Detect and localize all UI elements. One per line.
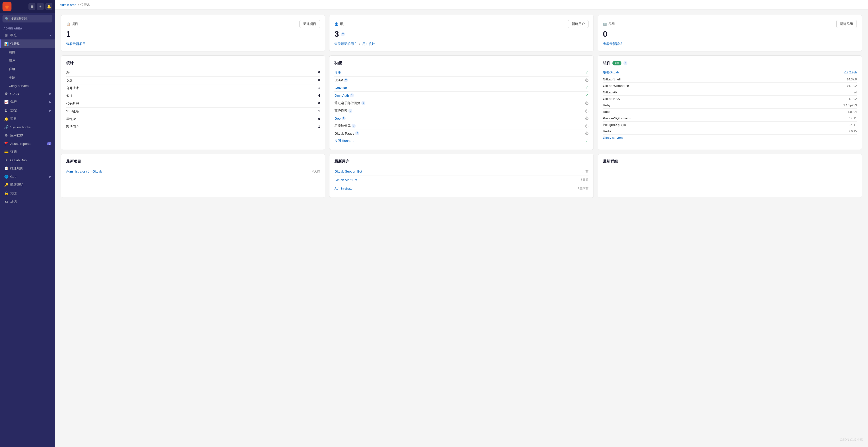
feature-geo-link[interactable]: Geo ?: [334, 116, 346, 120]
projects-icon: 📋: [66, 22, 70, 26]
recent-user-time-0: 5天前: [581, 169, 588, 174]
recent-user-link-0[interactable]: GitLab Support Bot: [334, 170, 362, 173]
component-kas: GitLab KAS 17.2.2: [603, 96, 857, 102]
sidebar-toggle-btn[interactable]: ☰: [28, 3, 35, 10]
component-gitlab-version[interactable]: v17.2.2-jh: [843, 71, 857, 74]
sidebar-item-messages[interactable]: 🔔 消息: [0, 115, 55, 123]
sidebar-item-cicd[interactable]: ⚙ CI/CD ▶: [0, 90, 55, 98]
feature-pages-label: GitLab Pages ?: [334, 131, 359, 136]
component-redis-name: Redis: [603, 129, 611, 133]
feature-ldap: LDAP ? ⏻: [334, 77, 588, 84]
sidebar-item-apps[interactable]: ⚙ 应用程序: [0, 131, 55, 140]
search-info-icon: ?: [348, 109, 352, 113]
stat-value: 0: [318, 101, 320, 106]
new-user-button[interactable]: 新建用户: [568, 20, 588, 28]
sidebar-header: ☰ ＋ 🔔: [0, 0, 55, 13]
recent-projects-list: Administrator / Jh-GitLab 6天前: [66, 167, 320, 176]
sidebar-item-push-rules[interactable]: 📋 推送规则: [0, 164, 55, 173]
sidebar-item-gitaly[interactable]: Gitaly servers: [0, 82, 55, 90]
component-rails-name: Rails: [603, 110, 610, 114]
sidebar-item-abuse[interactable]: 🚩 Abuse reports 0: [0, 140, 55, 148]
search-bar[interactable]: 🔍 搜索或转到...: [2, 15, 53, 23]
recent-user-link-1[interactable]: GitLab Alert Bot: [334, 178, 357, 182]
sidebar-item-users[interactable]: 用户: [0, 56, 55, 65]
geo-icon: 🌐: [4, 175, 8, 179]
component-api: GitLab API v4: [603, 89, 857, 96]
component-pg-main-name: PostgreSQL (main): [603, 116, 631, 120]
chevron-icon: ▶: [50, 100, 52, 103]
feature-runners-link[interactable]: 实例 Runners: [334, 139, 354, 143]
breadcrumb-parent[interactable]: Admin area: [60, 3, 76, 7]
feature-runners-status: ✓: [585, 139, 588, 143]
users-stats-link[interactable]: 用户统计: [362, 42, 375, 46]
sidebar-item-labels[interactable]: 🏷 标记: [0, 198, 55, 206]
stat-value: 1: [318, 109, 320, 114]
sidebar-item-overview[interactable]: ⊞ 概览 ▾: [0, 31, 55, 39]
create-new-btn[interactable]: ＋: [37, 3, 44, 10]
component-workhorse-name: GitLab Workhorse: [603, 84, 629, 88]
sidebar-item-label: Geo: [10, 175, 17, 179]
pages-info-icon: ?: [355, 131, 359, 136]
users-count: 3 ?: [334, 29, 588, 39]
groups-recent-link[interactable]: 查看最新群组: [603, 42, 622, 46]
sidebar-item-geo[interactable]: 🌐 Geo ▶: [0, 173, 55, 181]
stat-label: 代码片段: [66, 101, 79, 106]
recent-user-item-1: GitLab Alert Bot 5天前: [334, 176, 588, 184]
sidebar-item-subscription[interactable]: 💳 订阅: [0, 148, 55, 156]
breadcrumb-current: 仪表盘: [80, 2, 90, 7]
feature-signup-status: ✓: [585, 70, 588, 75]
users-recent-link[interactable]: 查看最新的用户: [334, 42, 357, 46]
stat-label: 激活用户: [66, 125, 79, 129]
users-card-header: 👤 用户 新建用户: [334, 20, 588, 28]
component-workhorse-ver: v17.2.2: [847, 84, 857, 88]
sidebar-item-duo[interactable]: ✦ GitLab Duo: [0, 156, 55, 164]
app-logo[interactable]: [2, 2, 11, 11]
notifications-btn[interactable]: 🔔: [45, 3, 53, 10]
sidebar-item-label: 主题: [9, 76, 15, 80]
component-gitlab-link[interactable]: 极狐GitLab: [603, 70, 619, 74]
sidebar-item-label: Gitaly servers: [9, 84, 28, 88]
recent-users-card: 最新用户 GitLab Support Bot 5天前 GitLab Alert…: [329, 154, 593, 198]
sidebar-item-dashboard[interactable]: 📊 仪表盘: [0, 39, 55, 48]
sidebar-item-monitor[interactable]: 🖥 监控 ▶: [0, 106, 55, 115]
new-project-button[interactable]: 新建项目: [300, 20, 320, 28]
credentials-icon: 🔒: [4, 191, 8, 195]
sidebar-item-hooks[interactable]: 🔗 System hooks: [0, 123, 55, 131]
overview-icon: ⊞: [4, 33, 8, 37]
stat-value: 0: [318, 70, 320, 75]
search-label: 搜索或转到...: [10, 17, 29, 21]
groups-card: 🏢 群组 新建群组 0 查看最新群组: [598, 15, 862, 52]
component-pg-ci-ver: 14.11: [849, 123, 857, 127]
sidebar-item-groups[interactable]: 群组: [0, 65, 55, 73]
sidebar-item-topics[interactable]: 主题: [0, 73, 55, 82]
latest-badge: 最新: [613, 61, 621, 65]
sidebar-item-deploy-keys[interactable]: 🔑 部署密钥: [0, 181, 55, 189]
sidebar-item-projects[interactable]: 项目: [0, 48, 55, 56]
feature-signup-link[interactable]: 注册: [334, 70, 341, 75]
component-workhorse: GitLab Workhorse v17.2.2: [603, 83, 857, 89]
component-gitaly-link-text[interactable]: Gitaly servers: [603, 136, 623, 140]
sidebar-item-credentials[interactable]: 🔒 凭据: [0, 189, 55, 198]
users-card-label: 用户: [340, 22, 346, 26]
chevron-icon: ▶: [50, 175, 52, 178]
recent-project-link[interactable]: Administrator / Jh-GitLab: [66, 170, 102, 173]
sidebar-item-analytics[interactable]: 📈 分析 ▶: [0, 98, 55, 106]
components-header: 组件 最新 ?: [603, 61, 857, 65]
stat-value: 0: [318, 117, 320, 121]
feature-omniauth-link[interactable]: OmniAuth ?: [334, 93, 354, 97]
statistics-card: 统计 派生 0 议题 0 合并请求 1 备注: [61, 55, 325, 150]
feature-email-status: ⏻: [585, 101, 588, 105]
groups-count: 0: [603, 29, 857, 39]
new-group-button[interactable]: 新建群组: [836, 20, 857, 28]
stat-label: 里程碑: [66, 117, 76, 121]
component-ruby-name: Ruby: [603, 103, 611, 107]
component-shell-ver: 14.37.0: [847, 78, 857, 81]
groups-card-header: 🏢 群组 新建群组: [603, 20, 857, 28]
recent-user-link-2[interactable]: Administrator: [334, 186, 354, 190]
projects-recent-link[interactable]: 查看最新项目: [66, 42, 86, 46]
feature-gravatar-status: ✓: [585, 85, 588, 90]
feature-gravatar-link[interactable]: Gravatar: [334, 86, 347, 90]
projects-card-title-group: 📋 项目: [66, 22, 78, 26]
recent-projects-title: 最新项目: [66, 159, 320, 164]
sidebar-item-label: System hooks: [10, 125, 31, 129]
